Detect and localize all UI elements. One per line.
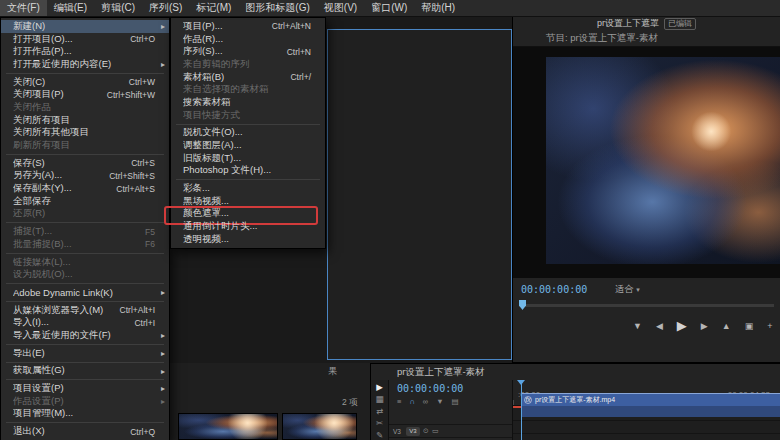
add-marker-button[interactable]: ▼ <box>633 320 642 332</box>
menu-bar-item[interactable]: 文件(F) <box>0 0 47 16</box>
menu-item[interactable]: 全部保存 <box>1 195 169 208</box>
menu-bar-item[interactable]: 序列(S) <box>142 0 189 16</box>
export-frame-button[interactable]: ▣ <box>745 320 754 332</box>
menu-item[interactable]: 导入(I)... Ctrl+I <box>1 316 169 329</box>
menu-item[interactable]: 打开最近使用的内容(E) <box>1 58 169 71</box>
selection-tool[interactable]: ▶ <box>376 382 383 392</box>
add-marker-icon[interactable]: ▼ <box>436 397 443 406</box>
menu-item[interactable]: 保存副本(Y)... Ctrl+Alt+S <box>1 182 169 195</box>
menu-item[interactable]: 关闭(C) Ctrl+W <box>1 76 169 89</box>
track-lock-icon[interactable]: ▭ <box>432 427 439 435</box>
menu-separator <box>6 379 164 380</box>
menu-item[interactable]: 关闭项目(P) Ctrl+Shift+W <box>1 88 169 101</box>
menu-item[interactable]: 导入最近使用的文件(F) <box>1 329 169 342</box>
track-row-v1[interactable] <box>513 434 780 440</box>
pen-tool[interactable]: ✎ <box>376 430 383 440</box>
menu-item[interactable]: 项目设置(P) <box>1 382 169 395</box>
submenu-item[interactable]: 项目(P)... Ctrl+Alt+N <box>171 20 325 33</box>
submenu-item[interactable]: 脱机文件(O)... <box>171 127 325 140</box>
menu-item[interactable]: 批量捕捉(B)... F6 <box>1 238 169 251</box>
menu-item[interactable]: 项目管理(M)... <box>1 408 169 421</box>
submenu-item[interactable]: 透明视频... <box>171 233 325 246</box>
menu-bar-item[interactable]: 编辑(E) <box>47 0 94 16</box>
menu-bar-item-label: 标记(M) <box>196 2 231 13</box>
menu-item[interactable]: 关闭所有其他项目 <box>1 127 169 140</box>
submenu-item[interactable]: 调整图层(A)... <box>171 139 325 152</box>
menu-separator <box>6 73 164 74</box>
timeline-settings-icon[interactable]: ▤ <box>452 397 459 406</box>
menu-item[interactable]: 还原(R) <box>1 208 169 221</box>
linked-selection-icon[interactable]: ∞ <box>423 397 428 406</box>
play-button[interactable]: ▶ <box>677 320 687 332</box>
timeline-tab[interactable]: pr设置上下遮罩-素材 <box>371 364 780 380</box>
button-editor-button[interactable]: + <box>767 320 772 332</box>
submenu-item[interactable]: 黑场视频... <box>171 195 325 208</box>
track-eye-icon[interactable]: ⊙ <box>423 427 429 435</box>
timeline-clip-audio[interactable] <box>521 406 780 417</box>
submenu-item-label: 通用倒计时片头... <box>183 220 305 233</box>
track-header-row[interactable]: V3 V3 ⊙ ▭ <box>389 424 512 437</box>
menu-item[interactable]: 捕捉(T)... F5 <box>1 225 169 238</box>
step-forward-button[interactable]: ▶ <box>701 320 708 332</box>
menu-item[interactable]: 链接媒体(L)... <box>1 256 169 269</box>
menu-item[interactable]: 打开项目(O)... Ctrl+O <box>1 33 169 46</box>
menu-bar-item[interactable]: 视图(V) <box>317 0 364 16</box>
timeline-timecode[interactable]: 00:00:00:00 <box>389 380 512 394</box>
menu-bar-item[interactable]: 帮助(H) <box>414 0 462 16</box>
razor-tool[interactable]: ✂ <box>376 418 383 428</box>
menu-item[interactable]: 新建(N) <box>1 20 169 33</box>
timeline-playhead[interactable] <box>521 380 522 440</box>
menu-bar-item[interactable]: 图形和标题(G) <box>238 0 316 16</box>
sequence-menu-icon[interactable]: ≡ <box>397 397 401 406</box>
submenu-item[interactable]: 来自选择项的素材箱 <box>171 83 325 96</box>
menu-item[interactable]: 保存(S) Ctrl+S <box>1 157 169 170</box>
track-select-forward-tool[interactable]: ▦ <box>375 394 383 404</box>
track-target-button[interactable]: V3 <box>406 427 420 436</box>
menu-item[interactable]: 设为脱机(O)... <box>1 268 169 281</box>
menu-bar-item[interactable]: 标记(M) <box>189 0 238 16</box>
program-scrub-bar[interactable] <box>513 298 780 312</box>
track-row-v2[interactable] <box>513 421 780 434</box>
submenu-item[interactable]: 作品(R)... <box>171 33 325 46</box>
menu-item[interactable]: 刷新所有项目 <box>1 139 169 152</box>
submenu-item[interactable]: 旧版标题(T)... <box>171 152 325 165</box>
submenu-item[interactable]: 素材箱(B) Ctrl+/ <box>171 71 325 84</box>
submenu-item-label: 透明视频... <box>183 233 305 246</box>
menu-item[interactable]: 作品设置(P) <box>1 395 169 408</box>
menu-bar-item[interactable]: 剪辑(C) <box>94 0 142 16</box>
submenu-item[interactable]: Photoshop 文件(H)... <box>171 165 325 178</box>
menu-item[interactable]: 关闭作品 <box>1 101 169 114</box>
ripple-edit-tool[interactable]: ⇄ <box>376 406 383 416</box>
menu-item[interactable]: Adobe Dynamic Link(K) <box>1 286 169 299</box>
clip-thumbnail[interactable] <box>178 413 278 440</box>
step-back-button[interactable]: ◀ <box>656 320 663 332</box>
timeline-clip[interactable]: fx pr设置上下遮罩-素材.mp4 <box>521 393 780 406</box>
lift-button[interactable]: ▲ <box>722 320 731 332</box>
menu-item[interactable]: 另存为(A)... Ctrl+Shift+S <box>1 170 169 183</box>
fit-dropdown[interactable]: 适合▾ <box>615 283 640 296</box>
program-monitor-tab[interactable]: 节目: pr设置上下遮罩-素材 <box>513 30 780 46</box>
menu-bar-item[interactable]: 窗口(W) <box>364 0 414 16</box>
menu-item[interactable]: 获取属性(G) <box>1 365 169 378</box>
track-headers: V3 V3 ⊙ ▭ V2 V2 ⊙ ▭ V1 V1 <box>389 424 512 440</box>
program-timecode[interactable]: 00:00:00:00 <box>521 284 587 295</box>
submenu-item[interactable]: 来自剪辑的序列 <box>171 58 325 71</box>
submenu-item[interactable]: 通用倒计时片头... <box>171 220 325 233</box>
scrub-track[interactable] <box>519 304 774 307</box>
menu-item[interactable]: 退出(X) Ctrl+Q <box>1 425 169 438</box>
menu-item[interactable]: 导出(E) <box>1 347 169 360</box>
track-source-label[interactable]: V3 <box>393 428 403 435</box>
submenu-item[interactable]: 彩条... <box>171 182 325 195</box>
submenu-item[interactable]: 颜色遮罩... <box>171 208 325 221</box>
submenu-item[interactable]: 搜索素材箱 <box>171 96 325 109</box>
submenu-item[interactable]: 项目快捷方式 <box>171 109 325 122</box>
partial-panel-tab[interactable]: 果 <box>170 363 370 379</box>
clip-thumbnail[interactable] <box>282 413 357 440</box>
program-playhead[interactable] <box>519 300 526 310</box>
menu-item[interactable]: 打开作品(P)... <box>1 45 169 58</box>
submenu-item[interactable]: 序列(S)... Ctrl+N <box>171 45 325 58</box>
timeline-track-area[interactable]: :00:00 00:00:04:23 fx pr设置上下遮罩-素材.mp4 <box>513 380 780 440</box>
menu-item[interactable]: 从媒体浏览器导入(M) Ctrl+Alt+I <box>1 304 169 317</box>
menu-item[interactable]: 关闭所有项目 <box>1 114 169 127</box>
snap-icon[interactable]: ∩ <box>409 397 414 406</box>
